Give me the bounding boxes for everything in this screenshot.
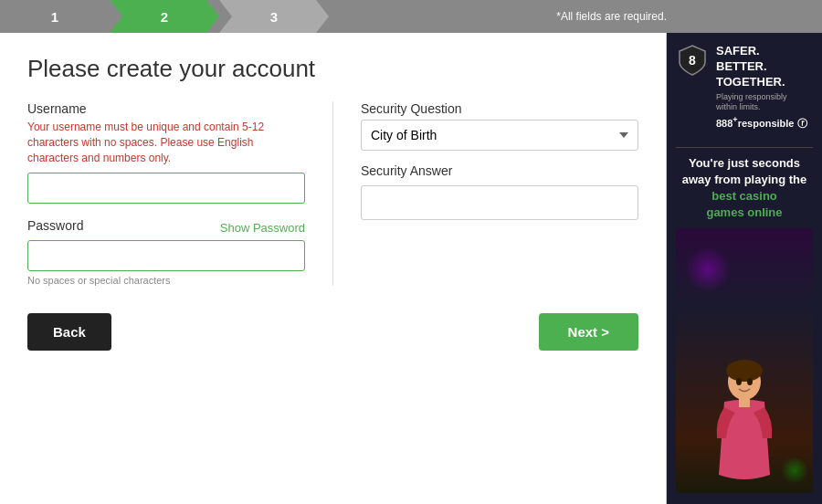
step-2: 2 [110, 0, 219, 33]
ad-panel: 8 SAFER.BETTER.TOGETHER. Playing respons… [667, 33, 822, 504]
svg-text:8: 8 [689, 53, 696, 68]
ad-body-text: You're just seconds away from playing th… [676, 155, 813, 222]
password-input[interactable] [27, 240, 305, 271]
security-question-label: Security Question [361, 101, 638, 116]
ad-headline: SAFER.BETTER.TOGETHER. [716, 44, 807, 90]
page-title: Please create your account [27, 55, 638, 83]
col-right: Security Question City of Birth Mother's… [333, 101, 638, 286]
username-label: Username [27, 101, 305, 116]
svg-point-5 [747, 378, 753, 385]
svg-rect-3 [739, 398, 750, 407]
step-3: 3 [219, 0, 329, 33]
casino-figure [699, 356, 790, 493]
main-area: Please create your account Username Your… [0, 33, 822, 504]
show-password-link[interactable]: Show Password [220, 221, 305, 235]
security-answer-input[interactable] [361, 185, 638, 220]
green-decoration [781, 457, 808, 484]
shield-icon: 8 [676, 44, 709, 77]
next-button[interactable]: Next > [539, 313, 638, 351]
ad-headline-block: SAFER.BETTER.TOGETHER. Playing responsib… [716, 44, 807, 131]
form-panel: Please create your account Username Your… [0, 33, 667, 504]
security-answer-label: Security Answer [361, 163, 638, 178]
ad-divider [676, 147, 813, 148]
password-hint: No spaces or special characters [27, 275, 305, 286]
security-question-select[interactable]: City of Birth Mother's Maiden Name Name … [361, 120, 638, 151]
required-note: *All fields are required. [556, 10, 667, 23]
username-input[interactable] [27, 173, 305, 204]
username-error: Your username must be unique and contain… [27, 120, 305, 165]
steps-container: 1 2 3 [0, 0, 329, 33]
ad-header: 8 SAFER.BETTER.TOGETHER. Playing respons… [676, 44, 813, 131]
ad-brand: 888+responsible ⓡ [716, 115, 807, 131]
back-button[interactable]: Back [27, 313, 111, 351]
password-row: Password Show Password [27, 218, 305, 236]
ad-image-area [676, 228, 813, 493]
svg-point-2 [726, 360, 763, 382]
step-bar: 1 2 3 *All fields are required. [0, 0, 822, 33]
ad-highlight: best casinogames online [706, 189, 782, 219]
col-left: Username Your username must be unique an… [27, 101, 333, 286]
svg-point-4 [736, 378, 742, 385]
buttons-row: Back Next > [27, 313, 638, 351]
password-label: Password [27, 218, 83, 233]
purple-glow [685, 247, 731, 292]
form-columns: Username Your username must be unique an… [27, 101, 638, 286]
ad-sub: Playing responsiblywithin limits. [716, 92, 807, 113]
step-1: 1 [0, 0, 110, 33]
